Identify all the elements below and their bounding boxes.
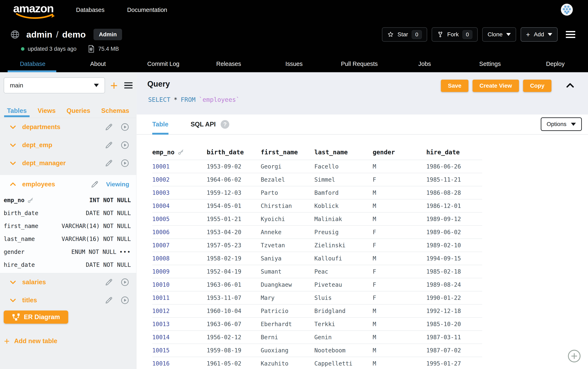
tab-pull-requests[interactable]: Pull Requests xyxy=(327,55,392,72)
emp-no-link[interactable]: 10002 xyxy=(152,176,207,183)
sidebar-table-salaries[interactable]: salaries xyxy=(0,273,136,291)
chevron-down-icon[interactable] xyxy=(9,159,17,167)
cell[interactable]: Mary xyxy=(261,295,314,301)
tab-commit-log[interactable]: Commit Log xyxy=(131,55,196,72)
cell[interactable]: F xyxy=(373,229,426,236)
column-header-first-name[interactable]: first_name xyxy=(261,149,314,156)
cell[interactable]: Terkki xyxy=(314,321,373,328)
save-button[interactable]: Save xyxy=(441,80,468,92)
chevron-down-icon[interactable] xyxy=(9,123,17,131)
cell[interactable]: 1956-02-12 xyxy=(207,334,261,341)
emp-no-link[interactable]: 10003 xyxy=(152,189,207,196)
column-header-last-name[interactable]: last_name xyxy=(314,149,373,156)
cell[interactable]: 1995-01-27 xyxy=(426,360,482,367)
cell[interactable]: Georgi xyxy=(261,163,314,170)
cell[interactable]: 1954-05-01 xyxy=(207,203,261,209)
chevron-down-icon[interactable] xyxy=(9,141,17,149)
cell[interactable]: Kazuhito xyxy=(261,360,314,367)
chevron-down-icon[interactable] xyxy=(9,278,17,286)
edit-pencil-icon[interactable] xyxy=(105,296,113,305)
fork-count[interactable]: 0 xyxy=(462,30,472,39)
sidebar-table-titles[interactable]: titles xyxy=(0,291,136,309)
emp-no-link[interactable]: 10012 xyxy=(152,308,207,314)
emp-no-link[interactable]: 10010 xyxy=(152,281,207,288)
cell[interactable]: 1955-01-21 xyxy=(207,216,261,222)
cell[interactable]: 1959-08-19 xyxy=(207,347,261,354)
emp-no-link[interactable]: 10015 xyxy=(152,347,207,354)
cell[interactable]: Simmel xyxy=(314,176,373,183)
sidebar-table-dept-manager[interactable]: dept_manager xyxy=(0,154,136,172)
tab-issues[interactable]: Issues xyxy=(261,55,327,72)
cell[interactable]: M xyxy=(373,308,426,314)
cell[interactable]: F xyxy=(373,295,426,301)
cell[interactable]: 1989-08-24 xyxy=(426,281,482,288)
edit-pencil-icon[interactable] xyxy=(105,123,113,131)
sidebar-tab-queries[interactable]: Queries xyxy=(67,107,90,115)
cell[interactable]: Zielinski xyxy=(314,242,373,249)
cell[interactable]: Saniya xyxy=(261,255,314,262)
emp-no-link[interactable]: 10008 xyxy=(152,255,207,262)
emp-no-link[interactable]: 10004 xyxy=(152,203,207,209)
emp-no-link[interactable]: 10014 xyxy=(152,334,207,341)
cell[interactable]: 1953-04-20 xyxy=(207,229,261,236)
column-header-gender[interactable]: gender xyxy=(373,149,426,156)
edit-pencil-icon[interactable] xyxy=(105,278,113,287)
cell[interactable]: 1990-01-22 xyxy=(426,295,482,301)
edit-pencil-icon[interactable] xyxy=(105,159,113,168)
user-avatar[interactable] xyxy=(561,4,573,16)
tab-releases[interactable]: Releases xyxy=(196,55,261,72)
cell[interactable]: Cappelletti xyxy=(314,360,373,367)
column-header-emp-no[interactable]: emp_no xyxy=(152,149,207,156)
repo-owner[interactable]: admin xyxy=(26,30,52,40)
cell[interactable]: 1989-09-12 xyxy=(426,216,482,222)
cell[interactable]: 1963-06-07 xyxy=(207,321,261,328)
add-button[interactable]: + Add xyxy=(521,27,557,42)
header-menu-button[interactable] xyxy=(565,30,577,39)
cell[interactable]: Sluis xyxy=(314,295,373,301)
run-play-icon[interactable] xyxy=(121,123,129,131)
branch-select[interactable]: main xyxy=(4,77,105,93)
add-new-table-button[interactable]: + Add new table xyxy=(0,336,136,347)
column-header-birth-date[interactable]: birth_date xyxy=(207,149,261,156)
emp-no-link[interactable]: 10011 xyxy=(152,295,207,301)
cell[interactable]: Bridgland xyxy=(314,308,373,314)
cell[interactable]: Bamford xyxy=(314,189,373,196)
cell[interactable]: M xyxy=(373,163,426,170)
cell[interactable]: M xyxy=(373,203,426,209)
emp-no-link[interactable]: 10001 xyxy=(152,163,207,170)
cell[interactable]: Eberhardt xyxy=(261,321,314,328)
help-icon[interactable]: ? xyxy=(221,120,229,129)
cell[interactable]: 1989-02-10 xyxy=(426,242,482,249)
cell[interactable]: M xyxy=(373,216,426,222)
cell[interactable]: Berni xyxy=(261,334,314,341)
topnav-link-databases[interactable]: Databases xyxy=(76,7,105,13)
cell[interactable]: 1987-07-02 xyxy=(426,347,482,354)
cell[interactable]: F xyxy=(373,242,426,249)
column-header-hire-date[interactable]: hire_date xyxy=(426,149,482,156)
emp-no-link[interactable]: 10016 xyxy=(152,360,207,367)
emp-no-link[interactable]: 10013 xyxy=(152,321,207,328)
cell[interactable]: Duangkaew xyxy=(261,281,314,288)
cell[interactable]: 1953-09-02 xyxy=(207,163,261,170)
sidebar-tab-schemas[interactable]: Schemas xyxy=(101,107,129,115)
cell[interactable]: Facello xyxy=(314,163,373,170)
sidebar-tab-tables[interactable]: Tables xyxy=(7,107,27,115)
collapse-query-button[interactable] xyxy=(565,80,575,91)
cell[interactable]: 1989-06-02 xyxy=(426,229,482,236)
sidebar-table-departments[interactable]: departments xyxy=(0,118,136,136)
cell[interactable]: 1992-12-18 xyxy=(426,308,482,314)
sidebar-table-dept-emp[interactable]: dept_emp xyxy=(0,136,136,154)
emp-no-link[interactable]: 10006 xyxy=(152,229,207,236)
chevron-up-icon[interactable] xyxy=(9,180,17,188)
create-view-button[interactable]: Create View xyxy=(472,80,519,92)
emp-no-link[interactable]: 10005 xyxy=(152,216,207,222)
viewing-link[interactable]: Viewing xyxy=(106,181,129,188)
cell[interactable]: 1986-08-28 xyxy=(426,189,482,196)
cell[interactable]: 1961-05-02 xyxy=(207,360,261,367)
cell[interactable]: M xyxy=(373,189,426,196)
tab-about[interactable]: About xyxy=(65,55,131,72)
cell[interactable]: F xyxy=(373,281,426,288)
cell[interactable]: 1985-10-20 xyxy=(426,321,482,328)
star-button[interactable]: Star 0 xyxy=(382,27,427,42)
tab-sql-api[interactable]: SQL API ? xyxy=(191,115,229,134)
